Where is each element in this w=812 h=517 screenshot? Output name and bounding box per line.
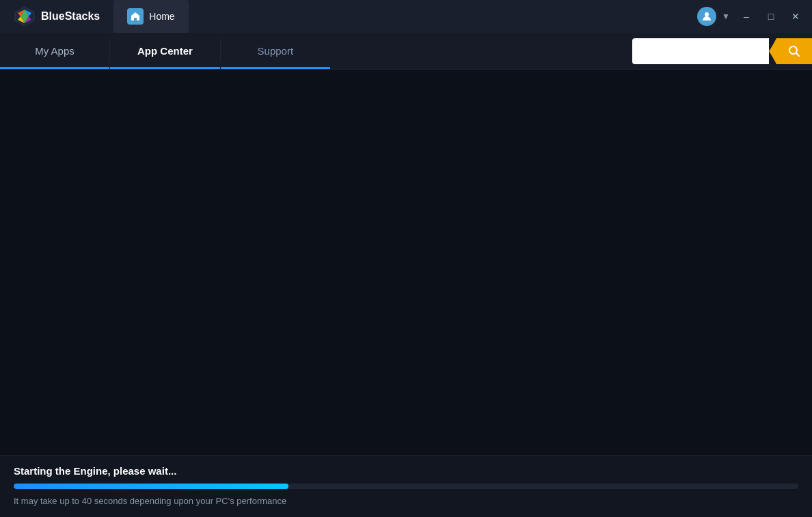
nav-bar: My Apps App Center Support: [0, 33, 812, 70]
home-tab-label: Home: [149, 11, 174, 22]
search-icon: [788, 45, 800, 57]
loading-subtitle: It may take up to 40 seconds depending u…: [14, 496, 798, 506]
search-button[interactable]: [776, 38, 812, 64]
title-tab[interactable]: Home: [113, 0, 188, 33]
close-button[interactable]: ✕: [785, 7, 807, 26]
progress-bar-container: [14, 484, 798, 489]
search-input[interactable]: [632, 38, 769, 64]
tab-my-apps[interactable]: My Apps: [0, 33, 109, 69]
search-area: [632, 33, 812, 69]
profile-icon[interactable]: [697, 7, 716, 26]
loading-title: Starting the Engine, please wait...: [14, 465, 798, 477]
home-icon-box: [127, 8, 144, 25]
tab-support[interactable]: Support: [221, 33, 330, 69]
progress-bar-fill: [14, 484, 288, 489]
maximize-button[interactable]: □: [760, 7, 782, 26]
tab-app-center[interactable]: App Center: [110, 33, 220, 69]
profile-dropdown-arrow[interactable]: ▼: [719, 9, 733, 24]
svg-point-6: [705, 12, 709, 16]
brand-name: BlueStacks: [41, 10, 100, 23]
window-controls: ▼ – □ ✕: [697, 7, 807, 26]
main-content: [0, 70, 812, 449]
status-bar: Starting the Engine, please wait... It m…: [0, 455, 812, 517]
logo-area: BlueStacks: [5, 5, 108, 27]
title-bar: BlueStacks Home ▼ – □ ✕: [0, 0, 812, 33]
minimize-button[interactable]: –: [735, 7, 757, 26]
bluestacks-logo: [14, 5, 36, 27]
svg-line-8: [796, 53, 800, 56]
